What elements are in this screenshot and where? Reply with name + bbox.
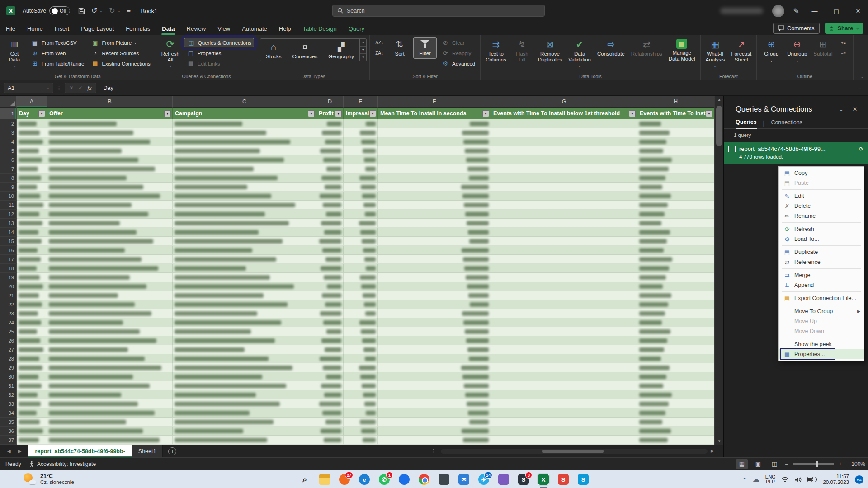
page-break-view-icon[interactable]: ◫ bbox=[769, 459, 780, 469]
zoom-out-icon[interactable]: − bbox=[785, 461, 788, 467]
column-header-f[interactable]: F bbox=[378, 96, 491, 108]
cell[interactable] bbox=[17, 210, 47, 219]
cell[interactable] bbox=[344, 282, 378, 291]
cell[interactable] bbox=[378, 137, 491, 146]
cell[interactable] bbox=[17, 336, 47, 345]
filter-dropdown-icon[interactable]: ▼ bbox=[164, 110, 171, 117]
ribbon-item-forecast-sheet[interactable]: ↗Forecast Sheet bbox=[729, 37, 754, 64]
inking-icon[interactable]: ✎ bbox=[793, 7, 799, 15]
table-header-cell-day[interactable]: Day▼ bbox=[17, 108, 47, 119]
cell[interactable] bbox=[344, 381, 378, 390]
cell[interactable] bbox=[173, 309, 316, 318]
ribbon-item-properties[interactable]: ▤Properties bbox=[184, 48, 254, 58]
cell[interactable] bbox=[637, 408, 714, 418]
redo-icon[interactable]: ↻ bbox=[109, 7, 115, 14]
cell[interactable] bbox=[344, 408, 378, 418]
cell[interactable] bbox=[17, 264, 47, 273]
cell[interactable] bbox=[344, 146, 378, 155]
row-header-1[interactable]: 1 bbox=[0, 108, 17, 119]
cell[interactable] bbox=[378, 309, 491, 318]
page-layout-view-icon[interactable]: ▣ bbox=[752, 459, 764, 469]
cell[interactable] bbox=[316, 192, 344, 201]
customize-toolbar-icon[interactable]: ≂ bbox=[127, 7, 131, 14]
pane-close-icon[interactable]: ✕ bbox=[848, 106, 862, 113]
edge-icon[interactable]: e bbox=[359, 474, 370, 485]
cell[interactable] bbox=[491, 255, 637, 264]
cell[interactable] bbox=[378, 282, 491, 291]
cell[interactable] bbox=[378, 273, 491, 282]
select-all-corner[interactable] bbox=[0, 96, 17, 108]
ribbon-item-advanced[interactable]: ⚙Advanced bbox=[439, 59, 477, 68]
cell[interactable] bbox=[316, 137, 344, 146]
cell[interactable] bbox=[316, 273, 344, 282]
autosave-toggle[interactable]: AutoSave Off bbox=[23, 6, 70, 15]
battery-icon[interactable] bbox=[807, 477, 817, 482]
cell[interactable] bbox=[637, 309, 714, 318]
sheet-next-icon[interactable]: ▶ bbox=[18, 449, 22, 454]
cell[interactable] bbox=[344, 418, 378, 427]
cell[interactable] bbox=[47, 381, 173, 390]
tab-help[interactable]: Help bbox=[273, 22, 297, 35]
ribbon-item-what-if-analysis[interactable]: ▦What-If Analysis⌄ bbox=[703, 37, 727, 71]
row-header-32[interactable]: 32 bbox=[0, 390, 17, 399]
ribbon-item-existing-connections[interactable]: ▤Existing Connections bbox=[88, 59, 152, 68]
cell[interactable] bbox=[344, 183, 378, 192]
menu-item-show-the-peek[interactable]: Show the peek bbox=[779, 339, 864, 349]
cell[interactable] bbox=[491, 418, 637, 427]
cell[interactable] bbox=[47, 436, 173, 445]
row-header-36[interactable]: 36 bbox=[0, 427, 17, 436]
blue-circle-app-icon[interactable] bbox=[398, 474, 410, 485]
cell[interactable] bbox=[47, 273, 173, 282]
row-header-4[interactable]: 4 bbox=[0, 137, 17, 146]
row-header-13[interactable]: 13 bbox=[0, 219, 17, 228]
cell[interactable] bbox=[637, 436, 714, 445]
accessibility-status[interactable]: Accessibility: Investigate bbox=[29, 461, 96, 467]
cell[interactable] bbox=[47, 228, 173, 237]
ribbon-item-sort[interactable]: ⇅Sort bbox=[388, 37, 411, 59]
cell[interactable] bbox=[344, 300, 378, 309]
cell[interactable] bbox=[47, 128, 173, 137]
ribbon-item-consolidate[interactable]: ⇨Consolidate bbox=[595, 37, 627, 59]
cell[interactable] bbox=[316, 436, 344, 445]
cell[interactable] bbox=[47, 327, 173, 336]
cell[interactable] bbox=[47, 192, 173, 201]
cell[interactable] bbox=[17, 372, 47, 381]
cell[interactable] bbox=[47, 309, 173, 318]
cell[interactable] bbox=[17, 128, 47, 137]
cell[interactable] bbox=[344, 246, 378, 255]
column-header-g[interactable]: G bbox=[491, 96, 637, 108]
cell[interactable] bbox=[17, 137, 47, 146]
cell[interactable] bbox=[316, 282, 344, 291]
cell[interactable] bbox=[637, 318, 714, 327]
name-box-caret-icon[interactable]: ⌄ bbox=[46, 86, 49, 90]
ribbon-item-ungroup[interactable]: ⊖Ungroup⌄ bbox=[785, 37, 809, 66]
cell[interactable] bbox=[637, 255, 714, 264]
cell[interactable] bbox=[344, 210, 378, 219]
cell[interactable] bbox=[173, 390, 316, 399]
cell[interactable] bbox=[491, 291, 637, 300]
cell[interactable] bbox=[17, 408, 47, 418]
cancel-entry-icon[interactable]: ✕ bbox=[69, 85, 74, 91]
table-header-cell-events-with-time-to-install[interactable]: Events with Time To Install▼ bbox=[637, 108, 714, 119]
cell[interactable] bbox=[491, 282, 637, 291]
cell[interactable] bbox=[173, 354, 316, 363]
telegram-icon[interactable]: ✈14 bbox=[478, 474, 490, 485]
cell[interactable] bbox=[17, 309, 47, 318]
cell[interactable] bbox=[344, 174, 378, 183]
cell[interactable] bbox=[47, 264, 173, 273]
cell[interactable] bbox=[47, 372, 173, 381]
file-explorer-icon[interactable] bbox=[319, 474, 330, 485]
avatar[interactable] bbox=[772, 5, 784, 17]
cell[interactable] bbox=[173, 237, 316, 246]
cell[interactable] bbox=[47, 164, 173, 174]
zoom-in-icon[interactable]: + bbox=[839, 461, 842, 467]
horizontal-scrollbar-thumb[interactable] bbox=[542, 450, 604, 453]
cell[interactable] bbox=[17, 300, 47, 309]
cell[interactable] bbox=[491, 264, 637, 273]
cell[interactable] bbox=[173, 300, 316, 309]
cell[interactable] bbox=[316, 336, 344, 345]
cell[interactable] bbox=[47, 219, 173, 228]
cell[interactable] bbox=[378, 408, 491, 418]
cell[interactable] bbox=[344, 255, 378, 264]
table-header-cell-impressions[interactable]: Impressions▼ bbox=[344, 108, 378, 119]
